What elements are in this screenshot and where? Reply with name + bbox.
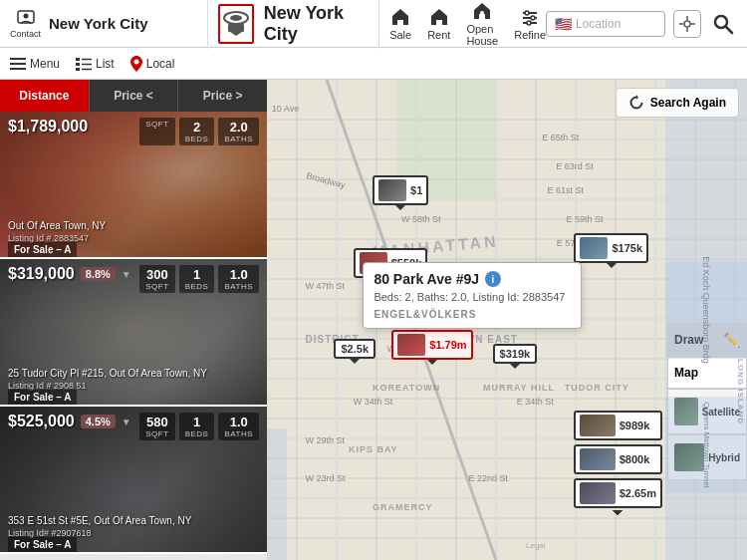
listing-type: For Sale – A (8, 537, 77, 552)
menu-button[interactable]: Menu (10, 57, 60, 71)
location-input[interactable]: 🇺🇸 Location (546, 11, 665, 37)
map-pin[interactable]: $319k (493, 344, 538, 364)
popup-title: 80 Park Ave #9J i (374, 271, 571, 287)
listing-price: $525,000 (8, 413, 75, 430)
sort-distance-label: Distance (19, 89, 69, 103)
listing-card[interactable]: $1,789,000 SQFT 2 BEDS 2 (0, 112, 267, 259)
midtown-tunnel-area: Queens Midtown Tunnel (665, 397, 747, 492)
pin-thumbnail (580, 482, 616, 504)
map-pin-active[interactable]: $1.79m (391, 330, 472, 360)
tab-refine[interactable]: Refine (514, 7, 546, 41)
tab-open-house-label: Open House (466, 23, 498, 47)
sort-price-desc-button[interactable]: Price > (178, 80, 267, 112)
local-button[interactable]: Local (130, 56, 175, 72)
stat-sqft: SQFT (139, 118, 174, 145)
listing-badge: 4.5% (81, 415, 116, 428)
murray-hill-label: MURRAY HILL (483, 383, 555, 393)
pin-thumbnail (580, 237, 608, 259)
listing-type: For Sale – A (8, 390, 77, 405)
sort-bar: Distance Price < Price > (0, 80, 267, 112)
pin-price: $2.65m (620, 487, 656, 499)
location-placeholder-text: Location (576, 17, 621, 31)
listing-card[interactable]: $319,000 8.8% ▼ 300 SQFT 1 BEDS (0, 259, 267, 407)
listing-stats: 300 SQFT 1 BEDS 1.0 BATHS (139, 265, 259, 293)
tab-sale[interactable]: Sale (389, 7, 411, 41)
flag-icon: 🇺🇸 (555, 16, 572, 32)
header-right: Sale Rent Open House Refine (379, 1, 747, 47)
tunnel-label: Queens Midtown Tunnel (702, 402, 711, 487)
stat-beds: 2 BEDS (179, 118, 215, 145)
local-label: Local (146, 57, 175, 71)
badge-arrow: ▼ (122, 417, 131, 427)
listing-card[interactable]: $525,000 4.5% ▼ 580 SQFT 1 BEDS (0, 407, 267, 554)
sort-price-asc-button[interactable]: Price < (90, 80, 179, 112)
sort-price-desc-label: Price > (203, 89, 243, 103)
bottom-pin-3[interactable]: $2.65m (574, 478, 662, 508)
gps-button[interactable] (673, 10, 701, 38)
svg-rect-23 (76, 58, 80, 61)
listing-type: For Sale – A (8, 242, 77, 257)
map-pin[interactable]: $2.5k (334, 339, 375, 359)
svg-point-13 (684, 21, 690, 27)
contact-label: Contact (10, 29, 41, 39)
listing-badge: 8.8% (81, 267, 116, 281)
map-label-btn: Map (674, 366, 698, 380)
info-icon[interactable]: i (485, 271, 501, 287)
stat-beds: 1 BEDS (179, 413, 215, 440)
brand-name: ENGEL&VÖLKERS (374, 309, 476, 320)
svg-point-3 (230, 15, 242, 21)
app-header: Contact New York City New York City Sale… (0, 0, 747, 48)
listing-stats: 580 SQFT 1 BEDS 1.0 BATHS (139, 413, 259, 440)
header-left: Contact New York City (0, 9, 207, 39)
bottom-pin-group: $989k $800k $2.65m (574, 411, 662, 508)
header-search: 🇺🇸 Location (546, 10, 737, 38)
listing-address: 25 Tudor City Pl #215, Out Of Area Town,… (8, 368, 259, 379)
map-popup[interactable]: 80 Park Ave #9J i Beds: 2, Baths: 2.0, L… (363, 262, 582, 329)
popup-brand: ENGEL&VÖLKERS (374, 309, 571, 320)
tab-refine-label: Refine (514, 29, 546, 41)
tab-sale-label: Sale (389, 29, 411, 41)
svg-point-12 (527, 21, 531, 25)
list-button[interactable]: List (76, 57, 115, 71)
search-again-button[interactable]: Search Again (616, 88, 739, 118)
listings-list: $1,789,000 SQFT 2 BEDS 2 (0, 112, 267, 560)
listing-price: $1,789,000 (8, 118, 88, 136)
svg-point-10 (525, 11, 529, 15)
popup-detail: Beds: 2, Baths: 2.0, Listing Id: 2883547 (374, 291, 571, 303)
svg-point-29 (133, 59, 138, 64)
contact-button[interactable]: Contact (10, 9, 41, 39)
pin-price: $319k (500, 348, 531, 360)
map-pin[interactable]: $1 (373, 175, 428, 205)
bottom-pin-1[interactable]: $989k (574, 411, 662, 440)
long-island-label: LONG ISLAND (736, 359, 745, 424)
stat-baths: 2.0 BATHS (218, 118, 259, 145)
map-panel[interactable]: MANHATTAN E 65th St E 63rd St E 61st St … (267, 80, 747, 560)
bottom-pin-2[interactable]: $800k (574, 444, 662, 474)
app-logo[interactable] (218, 4, 254, 44)
stat-baths: 1.0 BATHS (218, 265, 259, 293)
header-center: New York City (207, 0, 379, 49)
svg-rect-67 (267, 428, 287, 560)
pin-price: $175k (612, 242, 642, 254)
tab-rent[interactable]: Rent (427, 7, 450, 41)
stat-baths: 1.0 BATHS (218, 413, 259, 440)
nav-tabs: Sale Rent Open House Refine (389, 1, 546, 47)
tab-open-house[interactable]: Open House (466, 1, 498, 47)
kips-bay-label: KIPS BAY (349, 444, 398, 454)
sort-distance-button[interactable]: Distance (0, 80, 90, 112)
gramercy-label: GRAMERCY (373, 502, 433, 512)
tab-rent-label: Rent (427, 29, 450, 41)
svg-point-11 (531, 16, 535, 20)
pin-price: $1 (410, 184, 422, 196)
sort-price-asc-label: Price < (114, 89, 153, 103)
tudorcity-label: TUDOR CITY (565, 383, 629, 393)
listing-address: 353 E 51st St #5E, Out Of Area Town, NY (8, 515, 259, 526)
pin-thumbnail (378, 179, 406, 201)
stat-sqft: 580 SQFT (139, 413, 174, 440)
map-pin[interactable]: $175k (574, 233, 648, 263)
search-button[interactable] (709, 10, 737, 38)
listing-address: Out Of Area Town, NY (8, 220, 259, 231)
header-left-city: New York City (49, 15, 147, 32)
header-center-city: New York City (264, 3, 369, 45)
pin-price: $2.5k (341, 343, 369, 355)
